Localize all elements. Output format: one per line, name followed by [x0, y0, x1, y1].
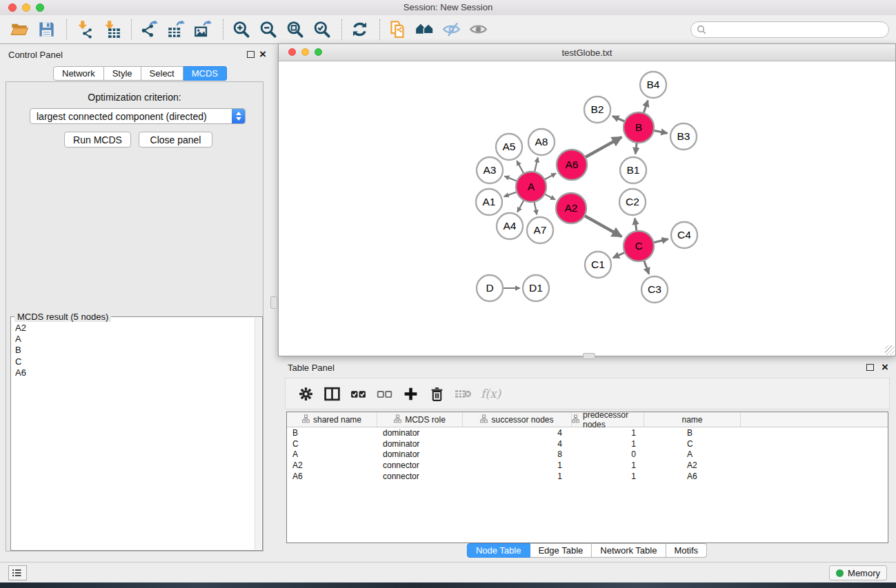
- zoom-selected-button[interactable]: [312, 19, 332, 40]
- table-cell[interactable]: 8: [463, 449, 572, 459]
- node-A2[interactable]: A2: [556, 193, 586, 223]
- search-input[interactable]: [690, 21, 889, 38]
- node-B1[interactable]: B1: [620, 157, 646, 183]
- table-cell[interactable]: C: [644, 439, 741, 449]
- node-B3[interactable]: B3: [670, 123, 697, 150]
- node-A6[interactable]: A6: [557, 150, 587, 180]
- node-C4[interactable]: C4: [671, 222, 697, 248]
- deselect-all-button[interactable]: [375, 384, 395, 403]
- node-C2[interactable]: C2: [619, 189, 646, 215]
- window-resize-grip[interactable]: [885, 345, 895, 355]
- export-table-button[interactable]: [166, 19, 187, 40]
- node-A1[interactable]: A1: [476, 189, 502, 215]
- export-network-button[interactable]: [139, 19, 160, 40]
- node-A7[interactable]: A7: [527, 217, 553, 243]
- save-session-button[interactable]: [37, 19, 57, 40]
- delete-column-button[interactable]: [428, 384, 447, 403]
- select-all-button[interactable]: [349, 384, 368, 403]
- table-cell[interactable]: A6: [287, 472, 377, 481]
- show-all-button[interactable]: [468, 19, 489, 40]
- table-cell[interactable]: A6: [644, 472, 741, 481]
- zoom-in-button[interactable]: [231, 19, 252, 40]
- table-cell[interactable]: 1: [572, 460, 644, 470]
- table-row[interactable]: Bdominator41B: [287, 427, 888, 438]
- node-B4[interactable]: B4: [640, 72, 666, 98]
- table-cell[interactable]: 1: [463, 472, 572, 481]
- table-cell[interactable]: C: [287, 439, 377, 449]
- node-D1[interactable]: D1: [523, 275, 549, 301]
- node-A[interactable]: A: [516, 172, 546, 202]
- column-header-predecessor-nodes[interactable]: predecessor nodes: [572, 412, 644, 427]
- table-row[interactable]: A6connector11A6: [287, 471, 888, 482]
- table-cell[interactable]: 4: [463, 439, 572, 449]
- tab-mcds[interactable]: MCDS: [183, 66, 227, 81]
- table-cell[interactable]: 1: [463, 460, 572, 470]
- column-header-successor-nodes[interactable]: successor nodes: [463, 412, 572, 427]
- column-header-name[interactable]: name: [644, 412, 741, 427]
- hide-selected-button[interactable]: [441, 19, 462, 40]
- tab-network-table[interactable]: Network Table: [592, 543, 666, 558]
- vertical-split-handle[interactable]: [270, 296, 277, 309]
- mcds-result-item[interactable]: C: [15, 356, 252, 367]
- node-C1[interactable]: C1: [585, 252, 611, 278]
- zoom-out-button[interactable]: [258, 19, 279, 40]
- table-row[interactable]: A2connector11A2: [287, 460, 888, 471]
- tab-node-table[interactable]: Node Table: [467, 543, 530, 558]
- horizontal-split-handle[interactable]: [583, 353, 595, 359]
- column-header-shared-name[interactable]: shared name: [287, 412, 377, 427]
- toggle-columns-button[interactable]: [323, 384, 342, 403]
- attribute-settings-button[interactable]: [297, 384, 316, 403]
- node-A4[interactable]: A4: [497, 213, 523, 239]
- network-graph[interactable]: B4B2BB3B1A5A8A3A6AA1A2A4A7C2CC4C1C3DD1: [279, 61, 895, 356]
- mcds-result-item[interactable]: A6: [15, 367, 252, 378]
- node-A5[interactable]: A5: [496, 134, 522, 160]
- node-D[interactable]: D: [477, 275, 503, 301]
- run-mcds-button[interactable]: Run MCDS: [64, 132, 131, 148]
- table-cell[interactable]: connector: [377, 472, 463, 481]
- table-cell[interactable]: A: [287, 449, 377, 459]
- duplicate-network-button[interactable]: [388, 19, 408, 40]
- node-C[interactable]: C: [624, 231, 654, 261]
- home-view-button[interactable]: [415, 19, 435, 40]
- tab-network[interactable]: Network: [53, 66, 104, 81]
- table-row[interactable]: Adominator80A: [287, 449, 888, 460]
- table-cell[interactable]: dominator: [377, 449, 463, 459]
- tab-edge-table[interactable]: Edge Table: [530, 543, 592, 558]
- table-cell[interactable]: 4: [463, 428, 572, 438]
- table-cell[interactable]: dominator: [377, 428, 463, 438]
- mcds-result-item[interactable]: A: [15, 334, 252, 345]
- task-history-button[interactable]: [8, 565, 27, 580]
- add-column-button[interactable]: [401, 384, 421, 403]
- network-canvas[interactable]: B4B2BB3B1A5A8A3A6AA1A2A4A7C2CC4C1C3DD1: [279, 61, 895, 356]
- close-panel-button[interactable]: Close panel: [139, 132, 212, 148]
- mcds-result-item[interactable]: B: [15, 345, 252, 356]
- criterion-dropdown[interactable]: largest connected component (directed): [30, 108, 246, 124]
- zoom-fit-button[interactable]: [285, 19, 306, 40]
- export-image-button[interactable]: [193, 19, 214, 40]
- close-table-panel-icon[interactable]: ×: [882, 363, 888, 372]
- open-session-button[interactable]: [10, 19, 30, 40]
- node-B[interactable]: B: [624, 112, 654, 143]
- table-cell[interactable]: B: [644, 428, 741, 438]
- close-panel-icon[interactable]: ×: [259, 50, 266, 59]
- result-scrollbar[interactable]: [255, 318, 261, 549]
- node-A8[interactable]: A8: [528, 129, 555, 155]
- tab-style[interactable]: Style: [104, 66, 141, 81]
- refresh-layout-button[interactable]: [350, 19, 370, 40]
- table-cell[interactable]: A2: [644, 460, 741, 470]
- table-cell[interactable]: 0: [572, 449, 644, 459]
- float-table-panel-icon[interactable]: [866, 364, 874, 371]
- table-cell[interactable]: dominator: [377, 439, 463, 449]
- tab-motifs[interactable]: Motifs: [666, 543, 707, 558]
- tab-select[interactable]: Select: [141, 66, 183, 81]
- mcds-result-item[interactable]: A2: [15, 323, 252, 334]
- table-row[interactable]: Cdominator41C: [287, 438, 888, 449]
- column-header-MCDS-role[interactable]: MCDS role: [377, 412, 463, 427]
- table-cell[interactable]: connector: [377, 460, 463, 470]
- table-cell[interactable]: 1: [572, 428, 644, 438]
- table-cell[interactable]: B: [287, 428, 377, 438]
- table-cell[interactable]: A2: [287, 460, 377, 470]
- import-network-button[interactable]: [74, 19, 95, 40]
- float-panel-icon[interactable]: [247, 51, 255, 58]
- node-C3[interactable]: C3: [641, 276, 668, 303]
